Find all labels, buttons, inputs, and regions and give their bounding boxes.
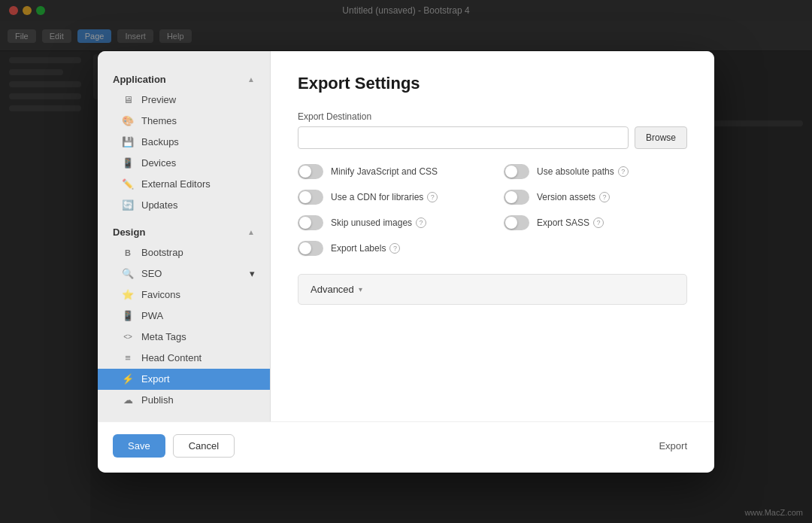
toggle-use-cdn-libraries[interactable] xyxy=(298,190,323,205)
seo-submenu-chevron: ▾ xyxy=(250,268,255,279)
export-sass-help-icon[interactable]: ? xyxy=(593,217,604,228)
toggle-minify-label: Minify JavaScript and CSS xyxy=(331,166,438,177)
seo-icon: 🔍 xyxy=(122,268,134,280)
modal-footer: Save Cancel Export xyxy=(98,421,714,473)
sidebar-design-chevron: ▲ xyxy=(247,228,255,236)
toggle-use-absolute-paths[interactable] xyxy=(504,164,529,179)
favicons-icon: ⭐ xyxy=(122,289,134,301)
toggle-absolute-paths-label: Use absolute paths ? xyxy=(537,166,629,177)
head-content-icon: ≡ xyxy=(122,352,134,364)
modal-content: Export Settings Export Destination Brows… xyxy=(271,51,714,421)
sidebar-item-devices[interactable]: 📱 Devices xyxy=(98,153,270,174)
sidebar-item-favicons-label: Favicons xyxy=(141,289,180,300)
sidebar-section-application-label: Application xyxy=(113,74,166,85)
version-assets-help-icon[interactable]: ? xyxy=(599,192,610,202)
sidebar-section-application-header[interactable]: Application ▲ xyxy=(98,69,270,90)
sidebar-item-preview[interactable]: 🖥 Preview xyxy=(98,90,270,111)
sidebar-item-backups[interactable]: 💾 Backups xyxy=(98,132,270,153)
export-icon: ⚡ xyxy=(122,373,134,385)
toggle-export-labels[interactable] xyxy=(298,241,323,256)
devices-icon: 📱 xyxy=(122,157,134,169)
backups-icon: 💾 xyxy=(122,136,134,148)
sidebar-section-application: Application ▲ 🖥 Preview 🎨 Themes 💾 Backu… xyxy=(98,69,270,216)
sidebar-item-pwa-label: PWA xyxy=(141,310,163,321)
sidebar-item-favicons[interactable]: ⭐ Favicons xyxy=(98,284,270,306)
export-labels-help-icon[interactable]: ? xyxy=(389,243,400,254)
toggle-minify-js-css[interactable] xyxy=(298,164,323,179)
toggle-version-assets[interactable] xyxy=(504,190,529,205)
toggle-row-version-assets: Version assets ? xyxy=(504,190,687,205)
cancel-button[interactable]: Cancel xyxy=(173,434,235,458)
toggle-row-absolute-paths: Use absolute paths ? xyxy=(504,164,687,179)
sidebar-item-meta-tags-label: Meta Tags xyxy=(141,331,186,342)
save-button[interactable]: Save xyxy=(113,434,165,458)
toggle-skip-unused-images[interactable] xyxy=(298,215,323,230)
export-destination-input[interactable] xyxy=(298,126,629,149)
bootstrap-icon: B xyxy=(122,247,134,259)
advanced-label: Advanced xyxy=(311,284,354,295)
sidebar-section-design: Design ▲ B Bootstrap 🔍 SEO ▾ ⭐ Favic xyxy=(98,222,270,411)
sidebar-item-export-label: Export xyxy=(141,373,170,385)
toggle-row-export-labels: Export Labels ? xyxy=(298,241,481,256)
sidebar-item-bootstrap[interactable]: B Bootstrap xyxy=(98,242,270,263)
sidebar-item-export[interactable]: ⚡ Export xyxy=(98,369,270,390)
sidebar-item-head-content-label: Head Content xyxy=(141,352,201,363)
absolute-paths-help-icon[interactable]: ? xyxy=(618,166,629,177)
sidebar-item-themes[interactable]: 🎨 Themes xyxy=(98,111,270,132)
export-button[interactable]: Export xyxy=(647,435,699,457)
export-destination-group: Export Destination Browse xyxy=(298,111,687,149)
sidebar-section-design-header[interactable]: Design ▲ xyxy=(98,222,270,242)
sidebar-item-seo-label: SEO xyxy=(141,268,162,279)
toggle-export-sass-label: Export SASS ? xyxy=(537,217,604,228)
export-destination-label: Export Destination xyxy=(298,111,687,122)
preview-icon: 🖥 xyxy=(122,94,134,106)
modal-overlay: Application ▲ 🖥 Preview 🎨 Themes 💾 Backu… xyxy=(0,0,812,523)
page-title: Export Settings xyxy=(298,74,687,93)
sidebar-item-updates-label: Updates xyxy=(141,199,177,211)
meta-tags-icon: <> xyxy=(122,331,134,343)
toggles-grid: Minify JavaScript and CSS Use absolute p… xyxy=(298,164,687,256)
external-editors-icon: ✏️ xyxy=(122,178,134,190)
publish-icon: ☁ xyxy=(122,394,134,406)
skip-images-help-icon[interactable]: ? xyxy=(416,217,426,228)
toggle-row-cdn: Use a CDN for libraries ? xyxy=(298,190,481,205)
sidebar-application-chevron: ▲ xyxy=(247,75,255,84)
sidebar-item-bootstrap-label: Bootstrap xyxy=(141,247,183,258)
toggle-row-export-sass: Export SASS ? xyxy=(504,215,687,230)
toggle-version-assets-label: Version assets ? xyxy=(537,192,610,202)
sidebar-item-head-content[interactable]: ≡ Head Content xyxy=(98,348,270,369)
sidebar-item-updates[interactable]: 🔄 Updates xyxy=(98,195,270,216)
advanced-bar[interactable]: Advanced ▾ xyxy=(298,274,687,305)
sidebar-item-themes-label: Themes xyxy=(141,115,177,126)
sidebar-item-publish-label: Publish xyxy=(141,394,174,406)
sidebar-item-seo[interactable]: 🔍 SEO ▾ xyxy=(98,263,270,284)
toggle-export-labels-label: Export Labels ? xyxy=(331,243,400,254)
toggle-export-sass[interactable] xyxy=(504,215,529,230)
sidebar-section-design-label: Design xyxy=(113,227,145,238)
pwa-icon: 📱 xyxy=(122,310,134,322)
modal-sidebar: Application ▲ 🖥 Preview 🎨 Themes 💾 Backu… xyxy=(98,51,271,421)
sidebar-item-preview-label: Preview xyxy=(141,94,176,105)
sidebar-item-devices-label: Devices xyxy=(141,157,176,169)
advanced-chevron-icon: ▾ xyxy=(359,285,362,293)
browse-button[interactable]: Browse xyxy=(635,126,687,149)
toggle-row-minify: Minify JavaScript and CSS xyxy=(298,164,481,179)
sidebar-item-meta-tags[interactable]: <> Meta Tags xyxy=(98,327,270,348)
sidebar-item-external-editors[interactable]: ✏️ External Editors xyxy=(98,174,270,195)
toggle-skip-images-label: Skip unused images ? xyxy=(331,217,426,228)
cdn-help-icon[interactable]: ? xyxy=(427,192,438,202)
sidebar-item-pwa[interactable]: 📱 PWA xyxy=(98,306,270,327)
updates-icon: 🔄 xyxy=(122,199,134,211)
sidebar-item-external-editors-label: External Editors xyxy=(141,178,211,190)
sidebar-item-publish[interactable]: ☁ Publish xyxy=(98,390,270,411)
modal-dialog: Application ▲ 🖥 Preview 🎨 Themes 💾 Backu… xyxy=(98,51,714,473)
toggle-row-skip-images: Skip unused images ? xyxy=(298,215,481,230)
sidebar-item-backups-label: Backups xyxy=(141,136,179,147)
themes-icon: 🎨 xyxy=(122,115,134,127)
toggle-cdn-label: Use a CDN for libraries ? xyxy=(331,192,438,202)
